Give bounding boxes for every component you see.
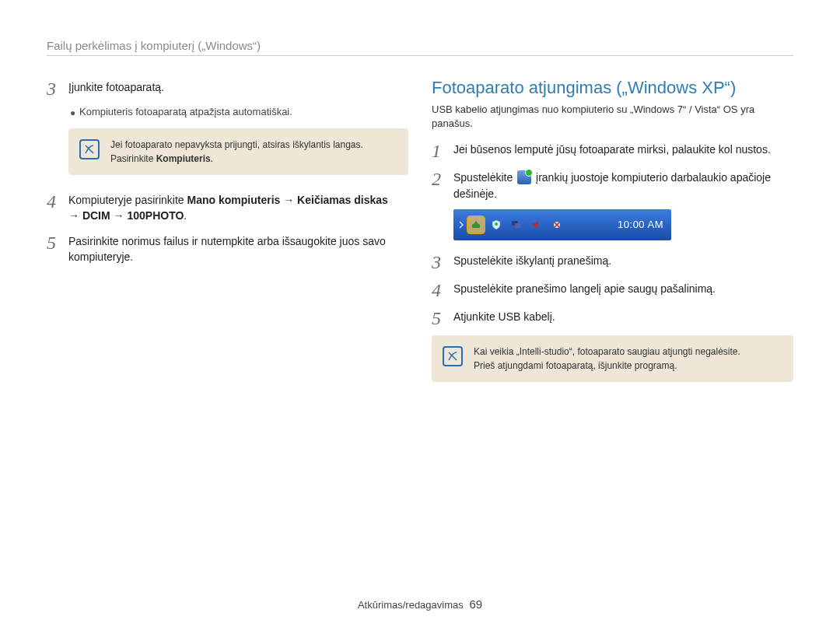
- page-footer: Atkūrimas/redagavimas 69: [47, 597, 793, 611]
- section-title: Fotoaparato atjungimas („Windows XP“): [432, 78, 793, 98]
- note-line-2-suffix: .: [211, 153, 213, 164]
- arrow-icon: →: [110, 209, 128, 222]
- step4-bold4: 100PHOTO: [127, 209, 184, 222]
- step-number: 4: [47, 191, 68, 211]
- windows-taskbar-image: 10:00 AM: [453, 209, 671, 240]
- right-note-box: Kai veikia „Intelli-studio“, fotoaparato…: [432, 335, 793, 382]
- step2-prefix: Spustelėkite: [453, 171, 516, 184]
- step-text: Spustelėkite pranešimo langelį apie saug…: [453, 279, 716, 296]
- note-icon: [443, 346, 463, 366]
- note-bold: Kompiuteris: [156, 153, 211, 164]
- step4-suffix: .: [184, 209, 187, 222]
- left-step-3: 3 Įjunkite fotoaparatą.: [47, 78, 408, 98]
- right-step-3: 3 Spustelėkite iškylantį pranešimą.: [432, 251, 793, 271]
- step4-bold1: Mano kompiuteris: [187, 194, 281, 206]
- footer-page-number: 69: [469, 597, 482, 611]
- step-number: 2: [432, 168, 453, 188]
- step4-bold3: DCIM: [82, 209, 110, 222]
- bullet-dot-icon: ●: [70, 106, 79, 121]
- svg-rect-0: [472, 224, 480, 228]
- right-step-5: 5 Atjunkite USB kabelį.: [432, 307, 793, 328]
- step-number: 5: [47, 232, 68, 252]
- arrow-icon: →: [68, 209, 82, 222]
- left-note-box: Jei fotoaparato nepavyksta prijungti, at…: [68, 128, 408, 175]
- page-header: Failų perkėlimas į kompiuterį („Windows“…: [47, 39, 793, 55]
- content-columns: 3 Įjunkite fotoaparatą. ● Kompiuteris fo…: [47, 78, 793, 574]
- left-column: 3 Įjunkite fotoaparatą. ● Kompiuteris fo…: [47, 78, 408, 574]
- taskbar-monitor-icon: [508, 216, 525, 233]
- section-intro: USB kabelio atjungimas nuo kompiuterio s…: [432, 103, 793, 131]
- safely-remove-hardware-icon: [517, 170, 531, 184]
- left-bullet: ● Kompiuteris fotoaparatą atpažįsta auto…: [70, 106, 408, 121]
- right-step-2: 2 Spustelėkite įrankių juostoje kompiute…: [432, 168, 793, 201]
- step-text: Jei būsenos lemputė jūsų fotoaparate mir…: [453, 140, 771, 157]
- note-line-2: Prieš atjungdami fotoaparatą, išjunkite …: [474, 360, 677, 371]
- right-step-1: 1 Jei būsenos lemputė jūsų fotoaparate m…: [432, 140, 793, 160]
- step-text: Spustelėkite įrankių juostoje kompiuteri…: [453, 168, 793, 201]
- note-text: Kai veikia „Intelli-studio“, fotoaparato…: [474, 345, 740, 373]
- step-number: 1: [432, 140, 453, 160]
- note-icon: [79, 139, 100, 159]
- arrow-icon: →: [280, 194, 297, 206]
- note-line-1: Jei fotoaparato nepavyksta prijungti, at…: [110, 139, 363, 150]
- bullet-text: Kompiuteris fotoaparatą atpažįsta automa…: [79, 106, 292, 117]
- step-text: Kompiuteryje pasirinkite Mano kompiuteri…: [68, 191, 408, 224]
- taskbar-shield-icon: [488, 216, 505, 233]
- svg-point-1: [495, 222, 498, 226]
- step-number: 3: [47, 78, 68, 98]
- note-line-1: Kai veikia „Intelli-studio“, fotoaparato…: [474, 346, 740, 357]
- left-step-4: 4 Kompiuteryje pasirinkite Mano kompiute…: [47, 191, 408, 224]
- svg-rect-3: [515, 223, 521, 228]
- header-rule: [47, 55, 793, 56]
- taskbar-safely-remove-icon: [467, 216, 485, 233]
- document-page: Failų perkėlimas į kompiuterį („Windows“…: [0, 0, 840, 634]
- step4-prefix: Kompiuteryje pasirinkite: [68, 194, 187, 206]
- taskbar-clock: 10:00 AM: [618, 219, 667, 230]
- taskbar-volume-icon: [528, 216, 545, 233]
- left-step-5: 5 Pasirinkite norimus failus ir nutempki…: [47, 232, 408, 265]
- taskbar-expand-arrow-icon: [458, 219, 464, 231]
- right-column: Fotoaparato atjungimas („Windows XP“) US…: [432, 78, 793, 574]
- taskbar-network-icon: [548, 216, 565, 233]
- step-text: Įjunkite fotoaparatą.: [68, 78, 164, 95]
- step-number: 4: [432, 279, 453, 299]
- step-number: 3: [432, 251, 453, 271]
- note-line-2-prefix: Pasirinkite: [110, 153, 156, 164]
- step4-bold2: Keičiamas diskas: [297, 194, 388, 206]
- step-text: Pasirinkite norimus failus ir nutempkite…: [68, 232, 408, 265]
- step-number: 5: [432, 307, 453, 328]
- note-text: Jei fotoaparato nepavyksta prijungti, at…: [110, 138, 363, 166]
- step-text: Spustelėkite iškylantį pranešimą.: [453, 251, 611, 268]
- right-step-4: 4 Spustelėkite pranešimo langelį apie sa…: [432, 279, 793, 299]
- footer-section: Atkūrimas/redagavimas: [358, 599, 464, 611]
- step-text: Atjunkite USB kabelį.: [453, 307, 555, 324]
